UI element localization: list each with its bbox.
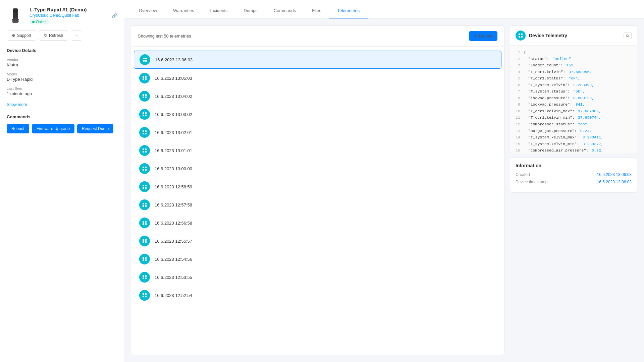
telem-icon [139, 181, 150, 192]
telemetry-item[interactable]: 16.6.2023 12:52:54 [134, 287, 501, 304]
device-org[interactable]: CryoCloud Demo/Qubit Fab [30, 13, 87, 18]
telemetry-count-text: Showing last 50 telemetries [138, 34, 191, 39]
telemetry-header: Showing last 50 telemetries ↻ Reload [131, 26, 504, 47]
telem-timestamp: 16.6.2023 12:53:55 [155, 275, 192, 280]
json-card-title: Device Telemetry [529, 33, 567, 38]
telemetry-item[interactable]: 16.6.2023 13:05:03 [134, 69, 501, 87]
device-timestamp-value: 16.6.2023 13:06:03 [597, 180, 632, 184]
status-badge: Online [30, 19, 49, 24]
telem-timestamp: 16.6.2023 13:03:02 [155, 112, 192, 117]
svg-rect-32 [145, 167, 147, 168]
json-line: 4 "T_ccr1.kelvin": 37.688956, [514, 69, 633, 75]
vendor-label: Vendor [7, 58, 117, 62]
last-seen-detail: Last Seen 1 minute ago [7, 86, 117, 96]
svg-rect-37 [143, 187, 144, 189]
telem-timestamp: 16.6.2023 12:55:57 [155, 239, 192, 244]
model-detail: Model L-Type Rapid [7, 72, 117, 82]
svg-rect-50 [145, 241, 147, 243]
model-value: L-Type Rapid [7, 77, 117, 82]
svg-rect-36 [145, 185, 147, 186]
json-card: Device Telemetry ⧉ 1{2 "status": "online… [510, 25, 637, 153]
telemetry-item[interactable]: 16.6.2023 13:00:00 [134, 160, 501, 177]
tab-warranties[interactable]: Warranties [165, 3, 202, 18]
svg-rect-56 [145, 275, 147, 277]
telemetry-item[interactable]: 16.6.2023 13:04:02 [134, 87, 501, 105]
sidebar: L-Type Rapid #1 (Demo) CryoCloud Demo/Qu… [0, 0, 124, 362]
telemetry-item[interactable]: 16.6.2023 12:57:58 [134, 196, 501, 214]
reload-label: Reload [479, 34, 493, 39]
telemetry-item[interactable]: 16.6.2023 13:03:02 [134, 106, 501, 123]
svg-rect-64 [521, 34, 523, 35]
device-header: L-Type Rapid #1 (Demo) CryoCloud Demo/Qu… [7, 7, 117, 24]
tab-overview[interactable]: Overview [131, 3, 165, 18]
firmware-upgrade-button[interactable]: Firmware Upgrade [32, 124, 74, 133]
top-nav: Overview Warranties Incidents Dumps Comm… [124, 0, 644, 19]
svg-rect-2 [13, 10, 17, 10]
telem-icon [139, 145, 150, 156]
svg-rect-49 [143, 241, 144, 243]
tab-files[interactable]: Files [304, 3, 329, 18]
tab-dumps[interactable]: Dumps [236, 3, 266, 18]
svg-rect-28 [145, 148, 147, 150]
vendor-detail: Vendor Kiutra [7, 58, 117, 67]
json-line: 3 "loader.count": 152, [514, 62, 633, 69]
more-button[interactable]: ··· [71, 31, 82, 41]
svg-rect-23 [143, 130, 144, 132]
svg-point-6 [12, 20, 19, 23]
json-line: 12 "compressor.status": "on", [514, 121, 633, 128]
device-title-block: L-Type Rapid #1 (Demo) CryoCloud Demo/Qu… [30, 7, 87, 24]
json-body: 1{2 "status": "online"3 "loader.count": … [510, 46, 637, 153]
telem-icon [139, 290, 150, 301]
svg-rect-55 [143, 275, 144, 277]
show-more-link[interactable]: Show more [7, 102, 117, 107]
svg-rect-29 [143, 151, 144, 153]
svg-rect-21 [143, 115, 144, 116]
telem-icon [139, 109, 150, 120]
telemetry-item[interactable]: 16.6.2023 12:56:58 [134, 214, 501, 232]
refresh-button[interactable]: ↻ Refresh [39, 31, 68, 41]
status-dot [32, 21, 35, 23]
svg-rect-47 [143, 239, 144, 241]
svg-rect-45 [143, 223, 144, 225]
json-line: 6 "T_system.kelvin": 3.283398, [514, 82, 633, 88]
device-timestamp-label: Device timestamp [516, 180, 547, 184]
tab-commands[interactable]: Commands [266, 3, 304, 18]
svg-rect-42 [145, 205, 147, 207]
svg-rect-9 [143, 60, 145, 62]
telemetry-item[interactable]: 16.6.2023 12:58:59 [134, 178, 501, 195]
telemetry-item[interactable]: 16.6.2023 13:02:01 [134, 124, 501, 141]
link-icon[interactable]: 🔗 [112, 13, 117, 18]
svg-rect-30 [145, 151, 147, 153]
svg-rect-10 [145, 60, 147, 62]
detail-panel: Device Telemetry ⧉ 1{2 "status": "online… [510, 25, 637, 355]
telemetry-item[interactable]: 16.6.2023 12:53:55 [134, 268, 501, 286]
telemetry-item[interactable]: 16.6.2023 12:55:57 [134, 232, 501, 250]
svg-rect-18 [145, 97, 147, 98]
telemetry-item[interactable]: 16.6.2023 13:06:03 [134, 51, 501, 69]
telem-icon [139, 199, 150, 210]
action-bar: ⚙ Support ↻ Refresh ··· [7, 31, 117, 41]
telemetry-item[interactable]: 16.6.2023 12:54:56 [134, 250, 501, 268]
request-dump-button[interactable]: Request Dump [77, 124, 113, 133]
svg-rect-65 [519, 36, 520, 38]
svg-rect-66 [521, 36, 523, 38]
json-line: 2 "status": "online" [514, 56, 633, 62]
telem-icon [140, 54, 150, 65]
telem-icon [139, 163, 150, 174]
svg-rect-27 [143, 148, 144, 150]
svg-rect-59 [143, 293, 144, 295]
telem-timestamp: 16.6.2023 13:01:01 [155, 148, 192, 153]
json-copy-button[interactable]: ⧉ [624, 32, 632, 39]
tab-incidents[interactable]: Incidents [202, 3, 236, 18]
svg-rect-52 [145, 257, 147, 259]
svg-rect-19 [143, 112, 144, 114]
tab-telemetries[interactable]: Telemetries [329, 3, 368, 18]
reload-button[interactable]: ↻ Reload [469, 31, 497, 41]
telemetry-item[interactable]: 16.6.2023 13:01:01 [134, 142, 501, 159]
svg-rect-8 [145, 58, 147, 59]
json-card-header: Device Telemetry ⧉ [510, 26, 637, 46]
telem-timestamp: 16.6.2023 12:52:54 [155, 293, 192, 298]
support-button[interactable]: ⚙ Support [7, 31, 36, 41]
more-icon: ··· [74, 33, 78, 38]
reboot-button[interactable]: Reboot [7, 124, 29, 133]
